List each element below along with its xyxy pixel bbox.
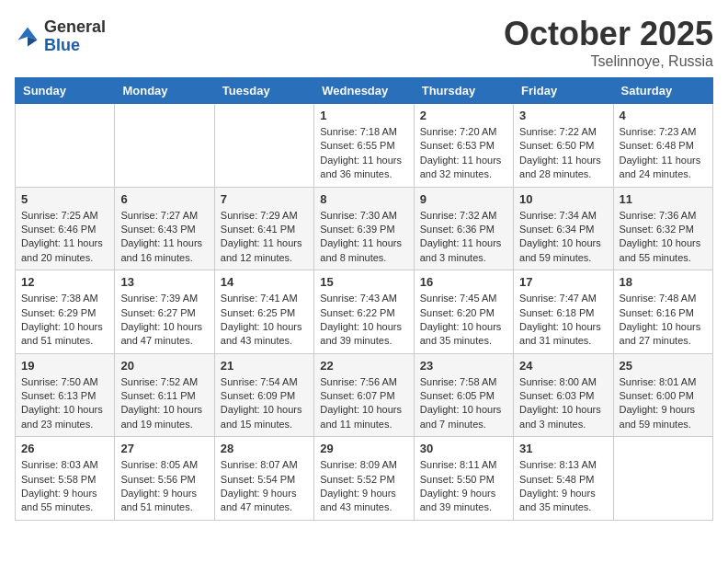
weekday-header-tuesday: Tuesday bbox=[214, 78, 313, 104]
day-info: Sunrise: 7:25 AMSunset: 6:46 PMDaylight:… bbox=[21, 209, 108, 266]
day-info: Sunrise: 8:01 AMSunset: 6:00 PMDaylight:… bbox=[620, 375, 707, 432]
weekday-header-row: SundayMondayTuesdayWednesdayThursdayFrid… bbox=[16, 78, 713, 104]
day-info: Sunrise: 7:20 AMSunset: 6:53 PMDaylight:… bbox=[420, 125, 507, 182]
weekday-header-saturday: Saturday bbox=[613, 78, 712, 104]
calendar-table: SundayMondayTuesdayWednesdayThursdayFrid… bbox=[15, 77, 713, 521]
calendar-cell bbox=[613, 437, 712, 521]
day-number: 18 bbox=[620, 275, 707, 289]
page-header: General Blue October 2025 Tselinnoye, Ru… bbox=[15, 15, 713, 70]
day-number: 30 bbox=[420, 442, 507, 455]
calendar-cell: 19Sunrise: 7:50 AMSunset: 6:13 PMDayligh… bbox=[16, 353, 115, 437]
title-section: October 2025 Tselinnoye, Russia bbox=[504, 15, 713, 70]
calendar-cell: 18Sunrise: 7:48 AMSunset: 6:16 PMDayligh… bbox=[613, 270, 712, 354]
day-number: 24 bbox=[519, 359, 607, 373]
calendar-week-3: 12Sunrise: 7:38 AMSunset: 6:29 PMDayligh… bbox=[16, 270, 713, 354]
calendar-cell: 17Sunrise: 7:47 AMSunset: 6:18 PMDayligh… bbox=[514, 270, 613, 354]
day-info: Sunrise: 7:48 AMSunset: 6:16 PMDaylight:… bbox=[620, 292, 707, 349]
calendar-cell: 23Sunrise: 7:58 AMSunset: 6:05 PMDayligh… bbox=[414, 353, 513, 437]
weekday-header-wednesday: Wednesday bbox=[314, 78, 414, 104]
calendar-cell: 9Sunrise: 7:32 AMSunset: 6:36 PMDaylight… bbox=[414, 187, 513, 270]
calendar-cell: 29Sunrise: 8:09 AMSunset: 5:52 PMDayligh… bbox=[314, 437, 414, 521]
day-info: Sunrise: 7:30 AMSunset: 6:39 PMDaylight:… bbox=[320, 209, 407, 266]
day-number: 12 bbox=[21, 275, 108, 289]
day-number: 19 bbox=[21, 359, 108, 373]
weekday-header-thursday: Thursday bbox=[414, 78, 513, 104]
calendar-cell: 28Sunrise: 8:07 AMSunset: 5:54 PMDayligh… bbox=[214, 437, 313, 521]
calendar-cell: 11Sunrise: 7:36 AMSunset: 6:32 PMDayligh… bbox=[613, 187, 712, 270]
logo-general-text: General bbox=[44, 18, 106, 37]
day-number: 11 bbox=[620, 192, 707, 206]
day-info: Sunrise: 7:39 AMSunset: 6:27 PMDaylight:… bbox=[120, 292, 208, 349]
day-number: 3 bbox=[519, 109, 607, 122]
day-info: Sunrise: 7:43 AMSunset: 6:22 PMDaylight:… bbox=[320, 292, 407, 349]
calendar-cell: 20Sunrise: 7:52 AMSunset: 6:11 PMDayligh… bbox=[115, 353, 214, 437]
calendar-cell: 15Sunrise: 7:43 AMSunset: 6:22 PMDayligh… bbox=[314, 270, 414, 354]
day-info: Sunrise: 7:27 AMSunset: 6:43 PMDaylight:… bbox=[120, 209, 208, 266]
calendar-cell bbox=[214, 104, 313, 188]
calendar-cell: 25Sunrise: 8:01 AMSunset: 6:00 PMDayligh… bbox=[613, 353, 712, 437]
day-info: Sunrise: 7:32 AMSunset: 6:36 PMDaylight:… bbox=[420, 209, 507, 266]
day-info: Sunrise: 7:36 AMSunset: 6:32 PMDaylight:… bbox=[620, 209, 707, 266]
calendar-cell: 22Sunrise: 7:56 AMSunset: 6:07 PMDayligh… bbox=[314, 353, 414, 437]
location-text: Tselinnoye, Russia bbox=[504, 53, 713, 70]
day-number: 22 bbox=[320, 359, 407, 373]
calendar-cell: 7Sunrise: 7:29 AMSunset: 6:41 PMDaylight… bbox=[214, 187, 313, 270]
calendar-cell: 14Sunrise: 7:41 AMSunset: 6:25 PMDayligh… bbox=[214, 270, 313, 354]
day-info: Sunrise: 7:54 AMSunset: 6:09 PMDaylight:… bbox=[221, 375, 308, 432]
calendar-week-4: 19Sunrise: 7:50 AMSunset: 6:13 PMDayligh… bbox=[16, 353, 713, 437]
calendar-cell: 12Sunrise: 7:38 AMSunset: 6:29 PMDayligh… bbox=[16, 270, 115, 354]
calendar-cell: 2Sunrise: 7:20 AMSunset: 6:53 PMDaylight… bbox=[414, 104, 513, 188]
day-number: 10 bbox=[519, 192, 607, 206]
day-number: 25 bbox=[620, 359, 707, 373]
day-info: Sunrise: 8:00 AMSunset: 6:03 PMDaylight:… bbox=[519, 375, 607, 432]
day-info: Sunrise: 8:13 AMSunset: 5:48 PMDaylight:… bbox=[519, 458, 607, 515]
day-info: Sunrise: 7:23 AMSunset: 6:48 PMDaylight:… bbox=[620, 125, 707, 182]
day-number: 9 bbox=[420, 192, 507, 206]
calendar-week-1: 1Sunrise: 7:18 AMSunset: 6:55 PMDaylight… bbox=[16, 104, 713, 188]
calendar-cell: 8Sunrise: 7:30 AMSunset: 6:39 PMDaylight… bbox=[314, 187, 414, 270]
day-info: Sunrise: 7:58 AMSunset: 6:05 PMDaylight:… bbox=[420, 375, 507, 432]
day-number: 4 bbox=[620, 109, 707, 122]
day-info: Sunrise: 8:11 AMSunset: 5:50 PMDaylight:… bbox=[420, 458, 507, 515]
day-number: 20 bbox=[120, 359, 208, 373]
day-info: Sunrise: 7:38 AMSunset: 6:29 PMDaylight:… bbox=[21, 292, 108, 349]
day-number: 7 bbox=[221, 192, 308, 206]
day-number: 21 bbox=[221, 359, 308, 373]
calendar-cell: 21Sunrise: 7:54 AMSunset: 6:09 PMDayligh… bbox=[214, 353, 313, 437]
day-number: 17 bbox=[519, 275, 607, 289]
day-info: Sunrise: 7:34 AMSunset: 6:34 PMDaylight:… bbox=[519, 209, 607, 266]
day-info: Sunrise: 7:56 AMSunset: 6:07 PMDaylight:… bbox=[320, 375, 407, 432]
day-number: 23 bbox=[420, 359, 507, 373]
day-info: Sunrise: 8:05 AMSunset: 5:56 PMDaylight:… bbox=[120, 458, 208, 515]
day-number: 16 bbox=[420, 275, 507, 289]
calendar-cell: 4Sunrise: 7:23 AMSunset: 6:48 PMDaylight… bbox=[613, 104, 712, 188]
day-number: 13 bbox=[120, 275, 208, 289]
calendar-cell: 6Sunrise: 7:27 AMSunset: 6:43 PMDaylight… bbox=[115, 187, 214, 270]
calendar-cell: 16Sunrise: 7:45 AMSunset: 6:20 PMDayligh… bbox=[414, 270, 513, 354]
calendar-cell: 30Sunrise: 8:11 AMSunset: 5:50 PMDayligh… bbox=[414, 437, 513, 521]
logo: General Blue bbox=[15, 18, 106, 55]
calendar-cell: 27Sunrise: 8:05 AMSunset: 5:56 PMDayligh… bbox=[115, 437, 214, 521]
day-info: Sunrise: 7:50 AMSunset: 6:13 PMDaylight:… bbox=[21, 375, 108, 432]
day-number: 15 bbox=[320, 275, 407, 289]
day-number: 2 bbox=[420, 109, 507, 122]
day-info: Sunrise: 7:41 AMSunset: 6:25 PMDaylight:… bbox=[221, 292, 308, 349]
day-info: Sunrise: 7:29 AMSunset: 6:41 PMDaylight:… bbox=[221, 209, 308, 266]
calendar-cell bbox=[115, 104, 214, 188]
calendar-cell: 26Sunrise: 8:03 AMSunset: 5:58 PMDayligh… bbox=[16, 437, 115, 521]
calendar-cell: 13Sunrise: 7:39 AMSunset: 6:27 PMDayligh… bbox=[115, 270, 214, 354]
logo-blue-text: Blue bbox=[44, 37, 106, 55]
calendar-cell: 5Sunrise: 7:25 AMSunset: 6:46 PMDaylight… bbox=[16, 187, 115, 270]
day-info: Sunrise: 7:22 AMSunset: 6:50 PMDaylight:… bbox=[519, 125, 607, 182]
day-info: Sunrise: 8:03 AMSunset: 5:58 PMDaylight:… bbox=[21, 458, 108, 515]
calendar-cell: 24Sunrise: 8:00 AMSunset: 6:03 PMDayligh… bbox=[514, 353, 613, 437]
day-info: Sunrise: 7:45 AMSunset: 6:20 PMDaylight:… bbox=[420, 292, 507, 349]
calendar-week-5: 26Sunrise: 8:03 AMSunset: 5:58 PMDayligh… bbox=[16, 437, 713, 521]
calendar-cell: 1Sunrise: 7:18 AMSunset: 6:55 PMDaylight… bbox=[314, 104, 414, 188]
day-info: Sunrise: 8:07 AMSunset: 5:54 PMDaylight:… bbox=[221, 458, 308, 515]
calendar-cell: 10Sunrise: 7:34 AMSunset: 6:34 PMDayligh… bbox=[514, 187, 613, 270]
weekday-header-monday: Monday bbox=[115, 78, 214, 104]
day-number: 27 bbox=[120, 442, 208, 455]
day-number: 28 bbox=[221, 442, 308, 455]
month-title: October 2025 bbox=[504, 15, 713, 53]
